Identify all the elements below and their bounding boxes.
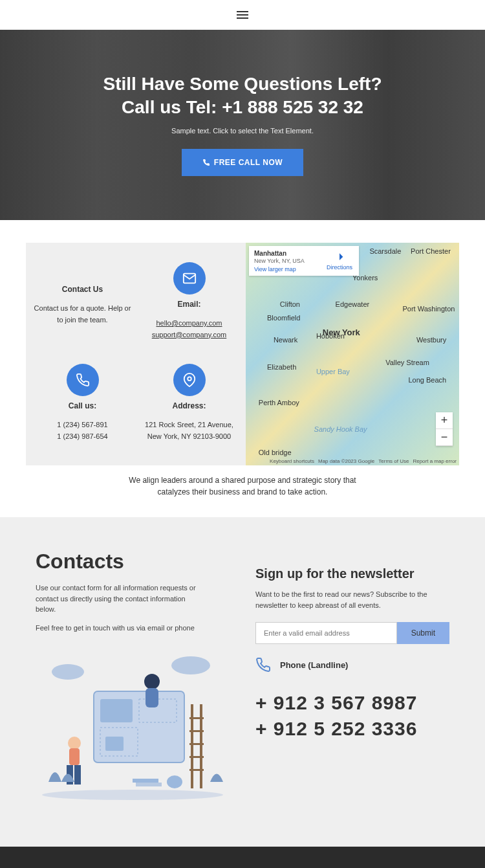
svg-point-24 xyxy=(167,775,182,788)
svg-point-3 xyxy=(42,790,223,800)
svg-rect-15 xyxy=(191,704,193,788)
zoom-out-button[interactable]: − xyxy=(436,429,453,446)
svg-rect-17 xyxy=(189,717,204,719)
submit-button[interactable]: Submit xyxy=(397,622,449,644)
svg-rect-14 xyxy=(74,765,81,785)
header xyxy=(0,0,485,30)
svg-rect-22 xyxy=(133,779,158,783)
map-attribution: Keyboard shortcutsMap data ©2023 GoogleT… xyxy=(266,458,457,464)
menu-icon[interactable] xyxy=(237,9,248,21)
phone-2: + 912 5 252 3336 xyxy=(255,718,449,740)
svg-point-1 xyxy=(52,664,84,680)
pin-icon xyxy=(173,364,206,396)
contacts-section: Contacts Use our contact form for all in… xyxy=(0,517,485,847)
newsletter-desc: Want to be the first to read our news? S… xyxy=(255,589,449,610)
newsletter-title: Sign up for the newsletter xyxy=(255,566,449,581)
contact-intro: Contact us for a quote. Help or to join … xyxy=(32,303,133,326)
contact-us-block: Contact Us Contact us for a quote. Help … xyxy=(32,262,133,344)
phone-icon xyxy=(202,159,210,166)
contacts-title: Contacts xyxy=(36,550,230,573)
svg-rect-10 xyxy=(146,688,158,707)
svg-point-11 xyxy=(68,737,81,750)
svg-rect-19 xyxy=(189,743,204,745)
phone-icon xyxy=(67,364,99,396)
hero-title-1: Still Have Some Questions Left? xyxy=(103,74,382,95)
email-link-1[interactable]: hello@company.com xyxy=(156,319,222,327)
contact-heading: Contact Us xyxy=(32,285,133,294)
contact-section: Contact Us Contact us for a quote. Help … xyxy=(0,220,485,517)
svg-rect-8 xyxy=(105,737,124,751)
phone-icon xyxy=(255,657,271,673)
email-block: Email: hello@company.comsupport@company.… xyxy=(139,262,239,344)
svg-rect-18 xyxy=(189,730,204,732)
directions-link[interactable]: Directions xyxy=(327,252,352,271)
svg-point-2 xyxy=(171,656,210,674)
svg-rect-23 xyxy=(136,783,162,786)
svg-point-9 xyxy=(144,674,160,689)
illustration xyxy=(36,652,230,801)
address-block: Address: 121 Rock Sreet, 21 Avenue, New … xyxy=(139,364,239,446)
call-block: Call us: 1 (234) 567-8911 (234) 987-654 xyxy=(32,364,133,446)
email-link-2[interactable]: support@company.com xyxy=(152,331,227,339)
phone-1: + 912 3 567 8987 xyxy=(255,692,449,714)
map-info-box: Manhattan New York, NY, USA View larger … xyxy=(249,246,359,276)
mail-icon xyxy=(173,262,206,295)
phone-label-row: Phone (Landline) xyxy=(255,657,449,673)
zoom-in-button[interactable]: + xyxy=(436,412,453,429)
svg-rect-5 xyxy=(100,699,133,722)
hero-title-2: Call us Tel: +1 888 525 32 32 xyxy=(122,97,363,118)
footer: Sample text. Click to select the Text El… xyxy=(0,847,485,868)
svg-rect-21 xyxy=(189,769,204,771)
svg-rect-20 xyxy=(189,756,204,758)
contacts-p1: Use our contact form for all information… xyxy=(36,583,204,615)
svg-rect-12 xyxy=(69,748,80,765)
email-input[interactable] xyxy=(255,622,397,644)
free-call-button[interactable]: FREE CALL NOW xyxy=(182,149,303,176)
hero-subtitle: Sample text. Click to select the Text El… xyxy=(171,127,314,135)
map[interactable]: New York Scarsdale Port Chester Yonkers … xyxy=(246,243,459,465)
under-text: We align leaders around a shared purpose… xyxy=(26,474,459,498)
svg-rect-16 xyxy=(200,704,202,788)
svg-point-0 xyxy=(188,377,191,381)
map-zoom: + − xyxy=(436,412,453,446)
contacts-p2: Feel free to get in touch with us via em… xyxy=(36,623,204,634)
hero: Still Have Some Questions Left? Call us … xyxy=(0,30,485,220)
